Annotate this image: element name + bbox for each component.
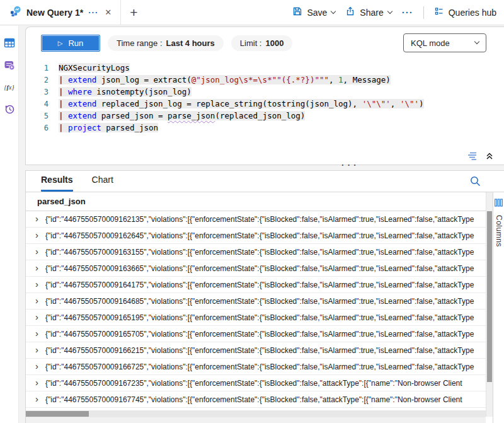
vertical-scrollbar[interactable]: [486, 192, 493, 417]
queries-hub-button[interactable]: Queries hub: [434, 6, 496, 18]
query-history-icon[interactable]: [4, 103, 15, 115]
code-line[interactable]: 2| extend json_log = extract(@"json_log\…: [26, 74, 504, 86]
collapse-editor-icon[interactable]: [485, 151, 494, 160]
expand-chevron-icon[interactable]: ›: [35, 296, 38, 305]
columns-icon: [495, 198, 503, 209]
query-tab[interactable]: New Query 1* ··· ✕: [0, 0, 121, 25]
chevron-down-icon: [474, 39, 479, 44]
table-row[interactable]: ›{"id":"4467550570009164685","violations…: [26, 293, 486, 310]
row-json-text: {"id":"4467550570009163155","violations"…: [45, 248, 486, 257]
line-number: 4: [26, 100, 49, 108]
table-row[interactable]: ›{"id":"4467550570009163665","violations…: [26, 260, 486, 277]
code-line[interactable]: 4| extend replaced_json_log = replace_st…: [26, 98, 504, 110]
row-json-text: {"id":"4467550570009167235","violations"…: [45, 379, 486, 388]
save-button[interactable]: Save: [292, 6, 335, 18]
chevron-down-icon[interactable]: [331, 8, 336, 13]
table-row[interactable]: ›{"id":"4467550570009166725","violations…: [26, 359, 486, 375]
limit-value: 1000: [265, 38, 284, 48]
table-row[interactable]: ›{"id":"4467550570009166215","violations…: [26, 342, 486, 359]
line-number: 1: [26, 64, 49, 72]
time-range-picker[interactable]: Time range : Last 4 hours: [108, 35, 224, 51]
tables-icon[interactable]: [4, 37, 15, 49]
play-icon: ▷: [58, 40, 63, 47]
panel-resize-handle[interactable]: ···: [315, 159, 384, 168]
code-line[interactable]: 1NGXSecurityLogs: [26, 62, 504, 74]
columns-side-panel[interactable]: Columns: [493, 192, 504, 423]
code-text[interactable]: NGXSecurityLogs: [59, 63, 130, 72]
adx-logo-icon: [10, 6, 21, 20]
table-row[interactable]: ›{"id":"4467550570009165195","violations…: [26, 310, 486, 326]
vertical-scrollbar-thumb[interactable]: [487, 211, 492, 382]
expand-chevron-icon[interactable]: ›: [35, 328, 38, 338]
table-row[interactable]: ›{"id":"4467550570009163155","violations…: [26, 244, 486, 260]
table-row[interactable]: ›{"id":"4467550570009162135","violations…: [26, 211, 486, 228]
new-tab-button[interactable]: +: [130, 6, 137, 19]
expand-chevron-icon[interactable]: ›: [35, 394, 38, 403]
results-panel: Results Chart parsed_json ›{"id":"446755…: [25, 170, 504, 423]
column-header-parsed-json[interactable]: parsed_json: [26, 192, 486, 211]
query-editor-icon[interactable]: [4, 59, 15, 71]
editor-footer-actions: [467, 151, 494, 160]
tab-more-icon[interactable]: ···: [88, 8, 98, 17]
query-mode-value: KQL mode: [411, 38, 450, 48]
tab-chart[interactable]: Chart: [92, 175, 113, 192]
tab-title: New Query 1*: [26, 8, 83, 18]
table-row[interactable]: ›{"id":"4467550570009167745","violations…: [26, 391, 486, 408]
horizontal-scrollbar[interactable]: [26, 410, 486, 417]
line-number: 6: [26, 124, 49, 132]
expand-chevron-icon[interactable]: ›: [35, 361, 38, 371]
row-json-text: {"id":"4467550570009165705","violations"…: [45, 330, 486, 339]
divider: [423, 6, 424, 19]
run-button[interactable]: ▷ Run: [41, 35, 100, 52]
table-row[interactable]: ›{"id":"4467550570009167235","violations…: [26, 375, 486, 391]
expand-chevron-icon[interactable]: ›: [35, 279, 38, 289]
code-text[interactable]: | extend replaced_json_log = replace_str…: [59, 99, 424, 108]
query-editor-panel: ▷ Run Time range : Last 4 hours Limit : …: [25, 26, 504, 165]
more-commands-icon[interactable]: ···: [402, 7, 413, 18]
expand-chevron-icon[interactable]: ›: [35, 378, 38, 387]
code-line[interactable]: 3| where isnotempty(json_log): [26, 86, 504, 98]
line-number: 2: [26, 76, 49, 84]
table-row[interactable]: ›{"id":"4467550570009164175","violations…: [26, 277, 486, 293]
line-number: 3: [26, 88, 49, 96]
expand-chevron-icon[interactable]: ›: [35, 230, 38, 240]
queries-hub-label: Queries hub: [449, 8, 496, 18]
horizontal-scrollbar-thumb[interactable]: [26, 411, 89, 417]
results-rows: ›{"id":"4467550570009162135","violations…: [26, 211, 486, 408]
table-row[interactable]: ›{"id":"4467550570009165705","violations…: [26, 326, 486, 342]
time-range-value: Last 4 hours: [166, 38, 215, 48]
chevron-down-icon[interactable]: [387, 8, 392, 13]
code-text[interactable]: | project parsed_json: [59, 123, 158, 132]
editor-lines[interactable]: 1NGXSecurityLogs2| extend json_log = ext…: [26, 56, 504, 134]
row-json-text: {"id":"4467550570009162645","violations"…: [45, 231, 486, 240]
code-text[interactable]: | extend parsed_json = parse_json(replac…: [59, 111, 305, 120]
row-json-text: {"id":"4467550570009164685","violations"…: [45, 297, 486, 306]
code-text[interactable]: | extend json_log = extract(@"json_log\s…: [59, 75, 391, 84]
code-line[interactable]: 6| project parsed_json: [26, 122, 504, 134]
time-range-label: Time range :: [117, 38, 163, 48]
table-row[interactable]: ›{"id":"4467550570009162645","violations…: [26, 228, 486, 244]
row-json-text: {"id":"4467550570009166725","violations"…: [45, 362, 486, 371]
row-json-text: {"id":"4467550570009164175","violations"…: [45, 281, 486, 289]
results-grid: parsed_json ›{"id":"4467550570009162135"…: [26, 192, 486, 423]
save-icon: [292, 6, 302, 18]
save-label: Save: [307, 8, 327, 18]
query-mode-dropdown[interactable]: KQL mode: [403, 33, 486, 52]
tab-results[interactable]: Results: [41, 175, 73, 192]
search-icon[interactable]: [469, 175, 481, 190]
expand-chevron-icon[interactable]: ›: [35, 263, 38, 272]
tab-close-icon[interactable]: ✕: [103, 8, 113, 17]
functions-icon[interactable]: {fx}: [4, 81, 15, 93]
expand-chevron-icon[interactable]: ›: [35, 246, 38, 256]
limit-picker[interactable]: Limit : 1000: [231, 35, 293, 51]
queries-hub-icon: [434, 6, 444, 18]
code-text[interactable]: | where isnotempty(json_log): [59, 87, 192, 96]
share-button[interactable]: Share: [345, 6, 391, 18]
expand-chevron-icon[interactable]: ›: [35, 345, 38, 354]
query-toolbar: ▷ Run Time range : Last 4 hours Limit : …: [26, 27, 504, 56]
expand-chevron-icon[interactable]: ›: [35, 312, 38, 322]
code-line[interactable]: 5| extend parsed_json = parse_json(repla…: [26, 110, 504, 122]
topbar-actions: Save Share ···: [292, 6, 504, 19]
expand-chevron-icon[interactable]: ›: [35, 214, 38, 223]
format-lines-icon[interactable]: [467, 152, 479, 160]
